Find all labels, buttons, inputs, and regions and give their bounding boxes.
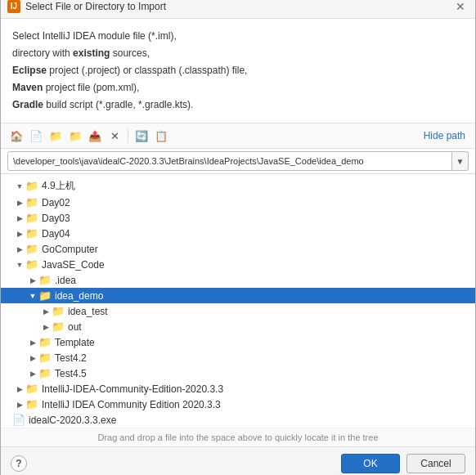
tree-item[interactable]: 📄idealC-2020.3.3.exe [1, 412, 475, 428]
help-button[interactable]: ? [11, 455, 27, 472]
description-area: Select IntelliJ IDEA module file (*.iml)… [1, 19, 475, 123]
folder-icon: 📁 [52, 320, 65, 333]
new-folder-button[interactable]: 📁 [47, 127, 65, 145]
folder-icon: 📁 [38, 289, 52, 302]
desc-eclipse: Eclipse [12, 65, 47, 76]
tree-arrow: ▼ [14, 182, 25, 190]
tree-label: idea_test [68, 306, 108, 317]
drag-hint: Drag and drop a file into the space abov… [1, 428, 475, 446]
folder-icon: 📁 [25, 180, 38, 192]
tree-arrow: ▶ [14, 245, 25, 253]
desc-line2-suffix: sources, [110, 47, 150, 59]
new-file-button[interactable]: 📄 [27, 127, 45, 145]
tree-item[interactable]: ▶📁IntelliJ IDEA Community Edition 2020.3… [1, 397, 475, 412]
desc-line3-suffix: project (.project) or classpath (.classp… [47, 65, 247, 76]
desc-line3: Eclipse project (.project) or classpath … [12, 63, 464, 78]
tree-arrow: ▶ [14, 401, 25, 409]
tree-item[interactable]: ▼📁JavaSE_Code [1, 257, 475, 272]
desc-line5: Gradle build script (*.gradle, *.gradle.… [12, 97, 464, 113]
close-button[interactable]: ✕ [452, 1, 469, 12]
tree-label: IntelliJ-IDEA-Community-Edition-2020.3.3 [42, 383, 223, 395]
tree-arrow: ▶ [14, 199, 25, 207]
app-icon: IJ [7, 0, 20, 13]
tree-arrow: ▶ [27, 354, 38, 362]
tree-arrow: ▶ [27, 370, 38, 378]
tree-item[interactable]: ▶📁GoComputer [1, 241, 475, 257]
tree-arrow: ▶ [40, 307, 52, 316]
tree-item[interactable]: ▶📁Test4.2 [1, 350, 475, 365]
tree-label: Test4.5 [55, 368, 87, 379]
tree-item[interactable]: ▶📁out [1, 319, 475, 334]
cancel-button[interactable]: Cancel [406, 454, 465, 473]
tree-label: Template [55, 337, 95, 348]
tree-item[interactable]: ▶📁idea_test [1, 303, 475, 319]
tree-arrow: ▶ [14, 230, 25, 238]
tree-item[interactable]: ▼📁4.9上机 [1, 177, 475, 195]
desc-line5-suffix: build script (*.gradle, *.gradle.kts). [43, 99, 193, 110]
folder-icon: 📁 [25, 212, 38, 224]
tree-item[interactable]: ▼📁idea_demo [1, 288, 475, 303]
folder-icon: 📁 [25, 383, 38, 395]
tree-arrow: ▶ [27, 276, 38, 285]
tree-label: out [68, 321, 82, 333]
path-input[interactable] [7, 151, 452, 171]
folder-icon: 📁 [38, 336, 52, 348]
hide-path-link[interactable]: Hide path [420, 128, 469, 143]
delete-button[interactable]: ✕ [106, 127, 123, 145]
tree-item[interactable]: ▶📁Template [1, 334, 475, 350]
desc-line4-suffix: project file (pom.xml), [43, 82, 139, 93]
upload-button[interactable]: 📤 [86, 127, 104, 145]
title-bar: IJ Select File or Directory to Import ✕ [1, 0, 475, 19]
tree-arrow: ▶ [27, 338, 38, 347]
tree-arrow: ▼ [14, 261, 25, 269]
tree-label: Day04 [42, 228, 70, 240]
tree-label: IntelliJ IDEA Community Edition 2020.3.3 [42, 399, 221, 410]
tree-item[interactable]: ▶📁Day04 [1, 226, 475, 241]
home-button[interactable]: 🏠 [7, 127, 25, 145]
tree-label: .idea [55, 275, 76, 286]
tree-label: 4.9上机 [42, 179, 75, 193]
folder-icon: 📁 [25, 243, 38, 255]
folder-icon: 📁 [25, 398, 38, 410]
desc-existing: existing [73, 47, 110, 59]
tree-label: idealC-2020.3.3.exe [29, 415, 116, 426]
copy-button[interactable]: 📋 [152, 127, 170, 145]
tree-arrow: ▼ [27, 292, 38, 300]
tree-item[interactable]: ▶📁Day02 [1, 195, 475, 210]
desc-gradle: Gradle [12, 99, 43, 110]
tree-arrow: ▶ [14, 214, 25, 222]
tree-item[interactable]: ▶📁Day03 [1, 210, 475, 226]
dialog-title: Select File or Directory to Import [25, 1, 452, 12]
folder-icon: 📁 [25, 196, 38, 208]
refresh-button[interactable]: 🔄 [132, 127, 150, 145]
ok-button[interactable]: OK [341, 454, 400, 473]
desc-line2: directory with existing sources, [12, 46, 464, 61]
path-dropdown-button[interactable]: ▼ [452, 151, 469, 171]
folder-icon: 📁 [25, 258, 38, 271]
desc-line4: Maven project file (pom.xml), [12, 80, 464, 96]
file-icon: 📄 [12, 414, 25, 426]
dialog: IJ Select File or Directory to Import ✕ … [0, 0, 476, 475]
folder-icon: 📁 [38, 274, 52, 286]
tree-arrow: ▶ [14, 385, 25, 393]
desc-line2-prefix: directory with [12, 47, 73, 59]
tree-arrow: ▶ [40, 323, 52, 331]
folder-button[interactable]: 📁 [66, 127, 84, 145]
tree-item[interactable]: ▶📁.idea [1, 272, 475, 288]
tree-label: JavaSE_Code [42, 259, 105, 271]
tree-label: Day02 [42, 197, 70, 208]
tree-label: GoComputer [42, 244, 98, 255]
tree-label: idea_demo [55, 290, 103, 302]
folder-icon: 📁 [25, 227, 38, 240]
toolbar-separator [128, 128, 128, 143]
file-toolbar: 🏠 📄 📁 📁 📤 ✕ 🔄 📋 Hide path [1, 123, 475, 149]
path-bar: ▼ [1, 149, 475, 174]
desc-line1: Select IntelliJ IDEA module file (*.iml)… [12, 29, 464, 44]
tree-label: Day03 [42, 213, 70, 224]
tree-label: Test4.2 [55, 352, 87, 364]
folder-icon: 📁 [38, 352, 52, 364]
tree-item[interactable]: ▶📁Test4.5 [1, 365, 475, 381]
tree-item[interactable]: ▶📁IntelliJ-IDEA-Community-Edition-2020.3… [1, 381, 475, 397]
desc-maven: Maven [12, 82, 43, 93]
dialog-footer: ? OK Cancel [1, 446, 475, 475]
